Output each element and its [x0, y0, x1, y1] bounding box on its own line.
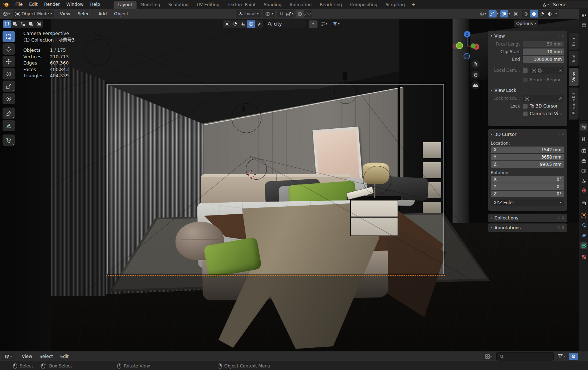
blenderkit-filter-dropdown[interactable]: ▾: [331, 20, 342, 28]
display-mode-dropdown[interactable]: ▾: [483, 353, 494, 360]
snap-target-dropdown[interactable]: ▾: [285, 10, 293, 17]
npanel-collections[interactable]: ▸Collections⠿ ⠿: [488, 214, 567, 222]
workspace-tab-scripting[interactable]: Scripting: [382, 1, 409, 9]
menu-viewport-add[interactable]: Add: [95, 11, 110, 16]
shading-dropdown[interactable]: ▾: [554, 10, 559, 17]
bottom-filter-dropdown[interactable]: ▾: [556, 353, 567, 360]
tool-cursor[interactable]: [3, 43, 15, 55]
viewport-3d[interactable]: city ▾ ▾ ▾ Options▾: [0, 19, 579, 351]
view-panel-header[interactable]: ▾ View ⠿ ⠿: [491, 32, 564, 40]
collection-properties-icon[interactable]: [580, 200, 587, 207]
workspace-tab-compositing[interactable]: Compositing: [346, 1, 381, 9]
world-properties-icon[interactable]: [580, 187, 587, 194]
tool-move[interactable]: [3, 56, 15, 67]
cursor-location-z[interactable]: Z990.5 mm: [491, 161, 564, 168]
transform-orientation-dropdown[interactable]: Local▾: [236, 10, 261, 17]
render-region-checkbox[interactable]: [523, 78, 528, 82]
tab-view[interactable]: View: [569, 68, 579, 86]
clip-end-field[interactable]: 1000000 mm: [523, 56, 564, 63]
tool-scale[interactable]: [3, 81, 15, 92]
cursor-location-y[interactable]: Y3658 mm: [491, 154, 564, 160]
add-workspace-button[interactable]: +: [409, 1, 418, 9]
focal-length-field[interactable]: 50 mm: [523, 41, 564, 47]
local-camera-field[interactable]: 场... ×: [530, 67, 564, 74]
blenderkit-models-icon[interactable]: [223, 20, 231, 28]
properties-editor-type-icon[interactable]: [580, 124, 587, 131]
npanel-annotations[interactable]: ▸Annotations⠿ ⠿: [488, 223, 567, 232]
mode-dropdown[interactable]: Object Mode▾: [13, 10, 54, 17]
bottom-settings-button[interactable]: ⚙: [569, 353, 578, 360]
proportional-editing-toggle[interactable]: [296, 10, 304, 17]
navigation-gizmo[interactable]: X Z: [451, 29, 484, 62]
menu-window[interactable]: Window: [63, 0, 87, 9]
scene-properties-icon[interactable]: [580, 177, 587, 184]
blenderkit-search-input[interactable]: city: [264, 20, 307, 28]
blenderkit-hide-assetbar-button[interactable]: ▾: [309, 20, 317, 28]
constraints-properties-icon[interactable]: [580, 222, 587, 229]
tool-transform[interactable]: [3, 93, 15, 104]
menu-viewport-object[interactable]: Object: [110, 11, 132, 16]
workspace-tab-shading[interactable]: Shading: [260, 1, 285, 9]
gizmos-dropdown[interactable]: ▾: [497, 12, 498, 15]
tool-select-box[interactable]: [3, 31, 15, 42]
workspace-tab-layout[interactable]: Layout: [114, 1, 137, 9]
select-mode-new[interactable]: [3, 20, 11, 28]
blenderkit-brushes-icon[interactable]: [255, 20, 263, 28]
select-mode-extend[interactable]: [11, 20, 19, 28]
tool-rotate[interactable]: [3, 68, 15, 79]
gizmos-toggle[interactable]: [489, 10, 497, 17]
menu-viewport-select[interactable]: Select: [74, 11, 95, 16]
blenderkit-materials-icon[interactable]: [231, 20, 239, 28]
tool-add-cube[interactable]: [3, 135, 15, 146]
pivot-point-dropdown[interactable]: ▾: [263, 10, 275, 17]
shading-rendered-button[interactable]: [546, 10, 554, 17]
cursor-location-x[interactable]: X-1542 mm: [491, 147, 564, 153]
select-mode-intersect[interactable]: [35, 20, 43, 28]
xray-toggle[interactable]: [512, 10, 520, 17]
workspace-tab-rendering[interactable]: Rendering: [316, 1, 346, 9]
view-lock-header[interactable]: ▾View Lock: [491, 87, 564, 94]
tab-blenderkit[interactable]: BlenderKit: [569, 87, 579, 120]
cursor-panel-header[interactable]: ▾ 3D Cursor ⠿ ⠿: [491, 131, 564, 138]
overlays-dropdown[interactable]: ▾: [509, 12, 510, 15]
zoom-button[interactable]: [471, 60, 480, 68]
render-properties-icon[interactable]: [580, 147, 587, 154]
object-properties-icon[interactable]: [580, 212, 587, 219]
tool-properties-icon[interactable]: [580, 136, 587, 143]
select-mode-subtract[interactable]: [19, 20, 27, 28]
light-empty-widget[interactable]: [84, 39, 111, 66]
bottom-menu-edit[interactable]: Edit: [57, 354, 72, 359]
lock-to-object-field[interactable]: [523, 95, 564, 102]
workspace-tab-texture-paint[interactable]: Texture Paint: [224, 1, 260, 9]
options-dropdown[interactable]: Options▾: [514, 20, 538, 27]
select-mode-invert[interactable]: [27, 20, 35, 28]
shading-wireframe-button[interactable]: [522, 10, 530, 17]
outliner-collection-icon[interactable]: [580, 22, 587, 28]
physics-properties-icon[interactable]: [580, 232, 587, 239]
to-3d-cursor-checkbox[interactable]: [523, 104, 528, 109]
local-camera-checkbox[interactable]: [523, 68, 528, 73]
output-properties-icon[interactable]: [580, 157, 587, 164]
drag-dots-icon[interactable]: ⠿ ⠿: [557, 34, 564, 38]
blender-logo-icon[interactable]: [0, 2, 12, 7]
bottom-menu-select[interactable]: Select: [36, 354, 56, 359]
scene-icon[interactable]: ▾: [541, 1, 549, 8]
menu-edit[interactable]: Edit: [26, 0, 41, 9]
bottom-menu-view[interactable]: View: [18, 354, 36, 359]
clear-icon[interactable]: ×: [559, 68, 562, 73]
blenderkit-scenes-icon[interactable]: [239, 20, 247, 28]
texture-properties-icon[interactable]: [580, 253, 587, 260]
camera-view-button[interactable]: [471, 81, 480, 89]
menu-viewport-view[interactable]: View: [56, 11, 74, 16]
cursor-rotation-y[interactable]: Y0°: [491, 183, 564, 190]
proportional-falloff-dropdown[interactable]: ▾: [304, 10, 312, 17]
cursor-rotation-z[interactable]: Z0°: [491, 191, 564, 197]
view-layer-properties-icon[interactable]: [580, 167, 587, 174]
tool-measure[interactable]: [3, 120, 15, 131]
drag-dots-icon[interactable]: ⠿ ⠿: [557, 133, 564, 136]
tool-annotate[interactable]: [3, 108, 15, 119]
overlays-toggle[interactable]: [500, 10, 508, 17]
blenderkit-hdr-icon[interactable]: [247, 20, 255, 28]
tab-item[interactable]: Item: [569, 33, 579, 50]
object-data-camera-icon[interactable]: [580, 242, 587, 249]
